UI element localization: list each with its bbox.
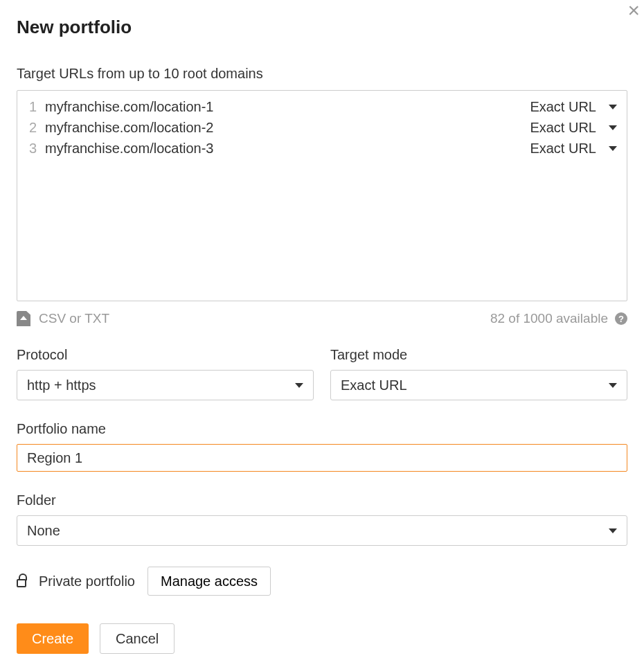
url-mode-select[interactable]: Exact URL <box>530 138 617 159</box>
url-mode-value: Exact URL <box>530 96 596 117</box>
url-row: 1 myfranchise.com/location-1 Exact URL <box>24 96 617 117</box>
dialog-title: New portfolio <box>17 17 627 38</box>
upload-file-button[interactable]: CSV or TXT <box>17 311 109 326</box>
under-url-row: CSV or TXT 82 of 1000 available ? <box>17 311 627 326</box>
url-mode-select[interactable]: Exact URL <box>530 96 617 117</box>
protocol-label: Protocol <box>17 347 314 363</box>
chevron-down-icon <box>295 383 303 388</box>
url-text[interactable]: myfranchise.com/location-3 <box>45 138 530 159</box>
chevron-down-icon <box>609 528 617 533</box>
target-mode-value: Exact URL <box>341 377 407 393</box>
protocol-value: http + https <box>27 377 96 393</box>
available-count: 82 of 1000 available ? <box>490 311 627 326</box>
folder-label: Folder <box>17 492 627 508</box>
target-urls-label: Target URLs from up to 10 root domains <box>17 66 627 82</box>
line-number: 2 <box>24 117 45 138</box>
chevron-down-icon <box>609 105 617 109</box>
lock-icon <box>17 579 26 587</box>
available-text: 82 of 1000 available <box>490 311 608 326</box>
target-mode-select[interactable]: Exact URL <box>330 370 627 400</box>
cancel-button[interactable]: Cancel <box>100 623 175 654</box>
url-text[interactable]: myfranchise.com/location-2 <box>45 117 530 138</box>
url-mode-value: Exact URL <box>530 138 596 159</box>
folder-value: None <box>27 523 60 539</box>
new-portfolio-dialog: × New portfolio Target URLs from up to 1… <box>0 0 644 667</box>
chevron-down-icon <box>609 383 617 388</box>
protocol-select[interactable]: http + https <box>17 370 314 400</box>
target-urls-input[interactable]: 1 myfranchise.com/location-1 Exact URL 2… <box>17 90 627 301</box>
url-text[interactable]: myfranchise.com/location-1 <box>45 96 530 117</box>
url-row: 3 myfranchise.com/location-3 Exact URL <box>24 138 617 159</box>
url-mode-value: Exact URL <box>530 117 596 138</box>
chevron-down-icon <box>609 125 617 130</box>
privacy-label: Private portfolio <box>39 573 135 589</box>
line-number: 1 <box>24 96 45 117</box>
upload-file-label: CSV or TXT <box>39 311 109 326</box>
manage-access-button[interactable]: Manage access <box>147 567 271 596</box>
chevron-down-icon <box>609 146 617 151</box>
close-icon[interactable]: × <box>627 0 640 21</box>
portfolio-name-label: Portfolio name <box>17 421 627 437</box>
url-row: 2 myfranchise.com/location-2 Exact URL <box>24 117 617 138</box>
help-icon[interactable]: ? <box>615 312 627 325</box>
upload-icon <box>17 311 30 326</box>
url-mode-select[interactable]: Exact URL <box>530 117 617 138</box>
folder-select[interactable]: None <box>17 515 627 546</box>
target-mode-label: Target mode <box>330 347 627 363</box>
line-number: 3 <box>24 138 45 159</box>
create-button[interactable]: Create <box>17 623 89 654</box>
portfolio-name-input[interactable] <box>17 444 627 472</box>
